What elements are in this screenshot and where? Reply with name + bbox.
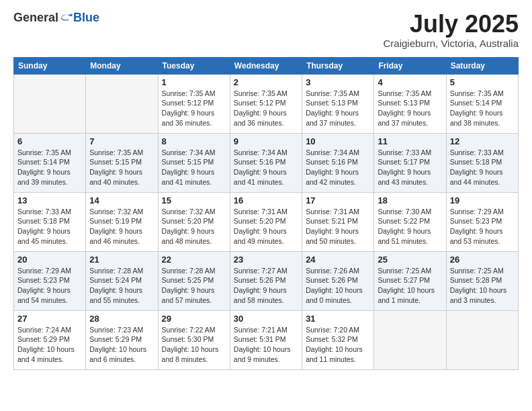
day-info: Sunrise: 7:33 AMSunset: 5:18 PMDaylight:…: [450, 148, 515, 187]
day-number: 13: [17, 195, 82, 205]
calendar-cell: 1Sunrise: 7:35 AMSunset: 5:12 PMDaylight…: [158, 74, 230, 133]
day-number: 18: [378, 195, 442, 205]
logo-blue-text: Blue: [73, 11, 99, 25]
week-row: 20Sunrise: 7:29 AMSunset: 5:23 PMDayligh…: [14, 251, 519, 310]
day-info: Sunrise: 7:24 AMSunset: 5:29 PMDaylight:…: [17, 325, 82, 365]
day-info: Sunrise: 7:32 AMSunset: 5:20 PMDaylight:…: [162, 207, 226, 246]
day-info: Sunrise: 7:29 AMSunset: 5:23 PMDaylight:…: [17, 266, 82, 306]
day-number: 5: [450, 77, 515, 87]
calendar-cell: 24Sunrise: 7:26 AMSunset: 5:26 PMDayligh…: [302, 251, 374, 310]
day-info: Sunrise: 7:30 AMSunset: 5:22 PMDaylight:…: [378, 207, 442, 246]
calendar-cell: [446, 310, 518, 369]
day-header-monday: Monday: [86, 57, 158, 74]
calendar-cell: 31Sunrise: 7:20 AMSunset: 5:32 PMDayligh…: [302, 310, 374, 369]
day-header-friday: Friday: [374, 57, 446, 74]
calendar-cell: 8Sunrise: 7:34 AMSunset: 5:15 PMDaylight…: [158, 133, 230, 192]
day-info: Sunrise: 7:33 AMSunset: 5:18 PMDaylight:…: [17, 207, 82, 246]
day-info: Sunrise: 7:34 AMSunset: 5:15 PMDaylight:…: [162, 148, 226, 187]
calendar-cell: 3Sunrise: 7:35 AMSunset: 5:13 PMDaylight…: [302, 74, 374, 133]
day-info: Sunrise: 7:28 AMSunset: 5:24 PMDaylight:…: [89, 266, 154, 306]
day-info: Sunrise: 7:25 AMSunset: 5:27 PMDaylight:…: [378, 266, 442, 306]
calendar-cell: 13Sunrise: 7:33 AMSunset: 5:18 PMDayligh…: [14, 192, 86, 251]
day-header-wednesday: Wednesday: [230, 57, 302, 74]
calendar-cell: 9Sunrise: 7:34 AMSunset: 5:16 PMDaylight…: [230, 133, 302, 192]
calendar-cell: 7Sunrise: 7:35 AMSunset: 5:15 PMDaylight…: [86, 133, 158, 192]
logo-general-text: General: [13, 11, 58, 25]
day-info: Sunrise: 7:21 AMSunset: 5:31 PMDaylight:…: [234, 325, 298, 365]
calendar-cell: [14, 74, 86, 133]
calendar-cell: 26Sunrise: 7:25 AMSunset: 5:28 PMDayligh…: [446, 251, 518, 310]
day-number: 27: [17, 314, 82, 324]
day-info: Sunrise: 7:22 AMSunset: 5:30 PMDaylight:…: [162, 325, 226, 365]
calendar-cell: 11Sunrise: 7:33 AMSunset: 5:17 PMDayligh…: [374, 133, 446, 192]
week-row: 13Sunrise: 7:33 AMSunset: 5:18 PMDayligh…: [14, 192, 519, 251]
day-header-tuesday: Tuesday: [158, 57, 230, 74]
day-info: Sunrise: 7:31 AMSunset: 5:20 PMDaylight:…: [234, 207, 298, 246]
month-title: July 2025: [384, 11, 519, 38]
day-number: 30: [234, 314, 298, 324]
day-number: 19: [450, 195, 515, 205]
calendar-cell: 15Sunrise: 7:32 AMSunset: 5:20 PMDayligh…: [158, 192, 230, 251]
day-info: Sunrise: 7:27 AMSunset: 5:26 PMDaylight:…: [234, 266, 298, 306]
calendar-cell: 14Sunrise: 7:32 AMSunset: 5:19 PMDayligh…: [86, 192, 158, 251]
day-number: 29: [162, 314, 226, 324]
day-number: 25: [378, 255, 442, 265]
day-number: 26: [450, 255, 515, 265]
calendar-cell: 2Sunrise: 7:35 AMSunset: 5:12 PMDaylight…: [230, 74, 302, 133]
day-header-thursday: Thursday: [302, 57, 374, 74]
header-row: SundayMondayTuesdayWednesdayThursdayFrid…: [14, 57, 519, 74]
day-number: 14: [89, 195, 154, 205]
day-info: Sunrise: 7:35 AMSunset: 5:12 PMDaylight:…: [234, 89, 298, 128]
calendar-cell: 18Sunrise: 7:30 AMSunset: 5:22 PMDayligh…: [374, 192, 446, 251]
day-info: Sunrise: 7:20 AMSunset: 5:32 PMDaylight:…: [306, 325, 370, 365]
day-info: Sunrise: 7:35 AMSunset: 5:14 PMDaylight:…: [17, 148, 82, 187]
calendar-cell: 23Sunrise: 7:27 AMSunset: 5:26 PMDayligh…: [230, 251, 302, 310]
day-header-sunday: Sunday: [14, 57, 86, 74]
day-number: 10: [306, 136, 370, 146]
calendar-table: SundayMondayTuesdayWednesdayThursdayFrid…: [13, 57, 519, 370]
calendar-cell: 20Sunrise: 7:29 AMSunset: 5:23 PMDayligh…: [14, 251, 86, 310]
calendar-cell: [86, 74, 158, 133]
week-row: 27Sunrise: 7:24 AMSunset: 5:29 PMDayligh…: [14, 310, 519, 369]
day-info: Sunrise: 7:34 AMSunset: 5:16 PMDaylight:…: [306, 148, 370, 187]
day-info: Sunrise: 7:35 AMSunset: 5:15 PMDaylight:…: [89, 148, 154, 187]
day-info: Sunrise: 7:33 AMSunset: 5:17 PMDaylight:…: [378, 148, 442, 187]
day-number: 24: [306, 255, 370, 265]
calendar-cell: 19Sunrise: 7:29 AMSunset: 5:23 PMDayligh…: [446, 192, 518, 251]
day-info: Sunrise: 7:35 AMSunset: 5:14 PMDaylight:…: [450, 89, 515, 128]
day-number: 15: [162, 195, 226, 205]
page: General Blue July 2025 Craigieburn, Vict…: [0, 0, 532, 381]
calendar-cell: 10Sunrise: 7:34 AMSunset: 5:16 PMDayligh…: [302, 133, 374, 192]
calendar-cell: 17Sunrise: 7:31 AMSunset: 5:21 PMDayligh…: [302, 192, 374, 251]
logo: General Blue: [13, 11, 99, 25]
day-info: Sunrise: 7:26 AMSunset: 5:26 PMDaylight:…: [306, 266, 370, 306]
calendar-cell: 22Sunrise: 7:28 AMSunset: 5:25 PMDayligh…: [158, 251, 230, 310]
calendar-cell: [374, 310, 446, 369]
day-info: Sunrise: 7:23 AMSunset: 5:29 PMDaylight:…: [89, 325, 154, 365]
calendar-cell: 25Sunrise: 7:25 AMSunset: 5:27 PMDayligh…: [374, 251, 446, 310]
location: Craigieburn, Victoria, Australia: [384, 38, 519, 49]
title-block: July 2025 Craigieburn, Victoria, Austral…: [384, 11, 519, 49]
calendar-cell: 5Sunrise: 7:35 AMSunset: 5:14 PMDaylight…: [446, 74, 518, 133]
day-number: 1: [162, 77, 226, 87]
calendar-cell: 29Sunrise: 7:22 AMSunset: 5:30 PMDayligh…: [158, 310, 230, 369]
calendar-cell: 28Sunrise: 7:23 AMSunset: 5:29 PMDayligh…: [86, 310, 158, 369]
day-info: Sunrise: 7:29 AMSunset: 5:23 PMDaylight:…: [450, 207, 515, 246]
header: General Blue July 2025 Craigieburn, Vict…: [13, 11, 519, 49]
week-row: 6Sunrise: 7:35 AMSunset: 5:14 PMDaylight…: [14, 133, 519, 192]
day-number: 17: [306, 195, 370, 205]
day-number: 8: [162, 136, 226, 146]
day-info: Sunrise: 7:35 AMSunset: 5:12 PMDaylight:…: [162, 89, 226, 128]
calendar-cell: 21Sunrise: 7:28 AMSunset: 5:24 PMDayligh…: [86, 251, 158, 310]
calendar-cell: 6Sunrise: 7:35 AMSunset: 5:14 PMDaylight…: [14, 133, 86, 192]
day-number: 9: [234, 136, 298, 146]
week-row: 1Sunrise: 7:35 AMSunset: 5:12 PMDaylight…: [14, 74, 519, 133]
day-info: Sunrise: 7:28 AMSunset: 5:25 PMDaylight:…: [162, 266, 226, 306]
day-header-saturday: Saturday: [446, 57, 518, 74]
day-number: 16: [234, 195, 298, 205]
day-info: Sunrise: 7:32 AMSunset: 5:19 PMDaylight:…: [89, 207, 154, 246]
day-number: 7: [89, 136, 154, 146]
calendar-cell: 12Sunrise: 7:33 AMSunset: 5:18 PMDayligh…: [446, 133, 518, 192]
day-number: 23: [234, 255, 298, 265]
calendar-cell: 30Sunrise: 7:21 AMSunset: 5:31 PMDayligh…: [230, 310, 302, 369]
